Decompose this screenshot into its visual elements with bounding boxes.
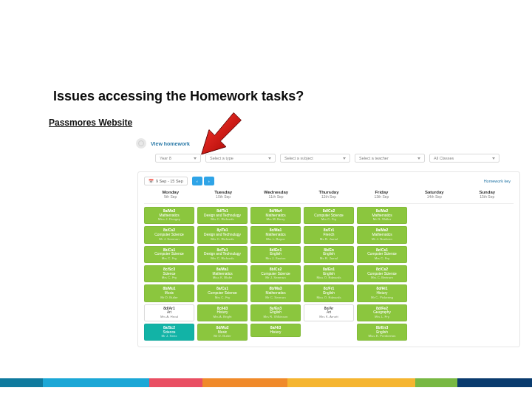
day-column: 8a/Ma3MathematicsMiss J. Dungey8x/Cs2Com… [144,207,194,341]
homework-card[interactable]: 8x/Te1Design and TechnologyMrs C. Richar… [197,246,248,263]
day-header: Saturday14th Sep [408,188,460,203]
subtitle-link[interactable]: Passmores Website [49,117,132,128]
year-select[interactable]: Year 8 [155,154,201,163]
homework-card[interactable]: 8c/Fr1EnglishMiss O. Edwards [304,284,354,301]
homework-card[interactable]: 8d/Ar1ArtMrs A. Head [144,304,194,321]
homework-card[interactable]: 8d/En1EnglishMrs J. Sexton [250,246,301,263]
day-header: Monday9th Sep [144,188,197,203]
day-date: 13th Sep [356,194,407,199]
card-subject: History [253,330,298,335]
homework-card[interactable]: 8c/Ma2MathematicsMr G. Waller [357,207,407,224]
card-teacher: Mrs K. Arnott [307,315,351,318]
day-header: Tuesday10th Sep [197,188,249,203]
homework-card[interactable]: 8b/En3EnglishMiss E. Pemberton [357,324,407,341]
day-column: 8d/Cs2Computer ScienceMrs C. Fry8x/Fr1Fr… [304,207,354,341]
card-teacher: Mr D. Butler [147,296,191,299]
view-homework-label[interactable]: View homework [151,141,190,146]
card-teacher: Mrs C. Fry [307,217,351,221]
homework-card[interactable]: 8c/Ma1MathematicsMrs L. Boyce [250,226,301,243]
logo-icon [136,138,146,149]
day-date: 14th Sep [409,194,460,199]
card-teacher: Ms R. Jamal [307,237,351,241]
card-teacher: Mrs C. Fry [200,296,245,299]
homework-card[interactable]: 8b/Cs1Computer ScienceMrs C. Fry [144,246,194,263]
card-teacher: Mrs C. Richards [200,256,245,260]
homework-card[interactable]: 8d/Ma4MathematicsMrs M. Berry [250,207,301,224]
homework-card[interactable]: 8a/En1EnglishMiss O. Edwards [304,265,354,282]
next-week-button[interactable]: › [204,177,214,185]
homework-key-toggle[interactable]: Homework key [484,179,514,183]
homework-card[interactable]: 8d/Hi1HistoryMr C. Pickering [357,284,407,301]
subject-select[interactable]: Select a subject [280,154,350,163]
homework-card[interactable]: 8y/En3EnglishMrs R. Wilkinson [250,304,301,321]
card-teacher: Mrs A. Head [147,315,191,318]
homework-app: View homework Year 8 Select a type Selec… [133,134,525,364]
card-teacher: Mr J. Noehren [360,237,404,241]
day-header: Sunday15th Sep [461,188,514,203]
day-column: 8c/Ma2MathematicsMr G. Waller8a/Ma2Mathe… [357,207,407,341]
homework-card[interactable]: 8x/Cs2Computer ScienceMr J. Seeman [144,226,194,243]
teacher-select[interactable]: Select a teacher [355,154,425,163]
chevron-down-icon [268,157,271,160]
homework-card[interactable]: 8a/Ma2MathematicsMr J. Noehren [357,226,407,243]
day-column [410,207,460,341]
card-teacher: Miss O. Edwards [307,276,351,279]
prev-week-button[interactable]: ‹ [192,177,202,185]
red-pointer-arrow [196,111,243,158]
homework-card[interactable]: 8d/Te1Design and TechnologyMrs C. Richar… [197,207,248,224]
homework-card[interactable]: 8y/Te1Design and TechnologyMrs C. Richar… [197,226,248,243]
homework-card[interactable]: 8a/Sc2ScienceMr J. Seex [144,324,194,341]
card-teacher: Mr C. Pickering [360,296,404,299]
card-teacher: Mrs C. Richards [200,237,245,241]
card-teacher: Mr D. Butler [200,334,245,338]
card-teacher: Miss J. Dungey [147,217,191,221]
card-teacher: Mrs M. Berry [253,217,298,221]
homework-card[interactable]: 8d/Cs2Computer ScienceMrs C. Fry [304,207,354,224]
homework-card[interactable]: 8x/ArArtMrs K. Arnott [304,304,354,321]
homework-card[interactable]: 8a/Hi3History [250,324,301,337]
homework-card[interactable]: 8c/Sc3ScienceMrs C. Fry [144,265,194,282]
card-teacher: Mrs J. Sexton [253,256,298,260]
chevron-down-icon [492,157,495,160]
class-select[interactable]: All Classes [429,154,499,163]
homework-card[interactable]: 8a/Ma3MathematicsMiss J. Dungey [144,207,194,224]
day-date: 12th Sep [303,194,354,199]
card-teacher: Mr G. Waller [360,217,404,221]
homework-card[interactable]: 8a/Cs1Computer ScienceMrs C. Fry [197,284,248,301]
app-header: View homework [133,134,525,152]
card-teacher: Mr C. Sermon [253,296,298,299]
card-teacher: Mrs C. Fry [147,256,191,260]
homework-card[interactable]: 8x/Fr1FrenchMs R. Jamal [304,226,354,243]
date-range-input[interactable]: 📅 9 Sep - 15 Sep [144,177,188,185]
homework-key-label: Homework key [484,179,511,183]
card-teacher: Mrs L. Fry [360,315,404,318]
homework-card[interactable]: 8b/Ma3MathematicsMr C. Sermon [250,284,301,301]
page-title: Issues accessing the Homework tasks? [53,89,304,104]
day-column: 8d/Te1Design and TechnologyMrs C. Richar… [197,207,248,341]
day-date: 10th Sep [197,194,248,199]
footer-stripe [0,378,532,387]
homework-card[interactable]: 8a/Ma1MathematicsMiss K. Blake [197,265,248,282]
card-teacher: Mr J. Seeman [253,276,298,279]
homework-card[interactable]: 8b/EnEnglishMs R. Jamal [304,246,354,263]
subject-select-label: Select a subject [284,156,313,160]
day-column [463,207,514,341]
day-header: Friday13th Sep [355,188,408,203]
day-date: 15th Sep [462,194,513,199]
homework-card[interactable]: 8c/Cs1Computer ScienceMrs C. Fry [357,246,407,263]
card-teacher: Mr J. Seex [147,334,191,338]
homework-card[interactable]: 8b/Mu1MusicMr D. Butler [144,284,194,301]
homework-card[interactable]: 8c/Hi3HistoryMrs A. Bright [197,304,248,321]
teacher-select-label: Select a teacher [359,156,389,160]
homework-card[interactable]: 8d/Fe2GeographyMrs L. Fry [357,304,407,321]
card-teacher: Mr J. Seeman [147,237,191,241]
card-teacher: Miss K. Blake [200,276,245,279]
homework-card[interactable]: 8b/Cs2Computer ScienceMr J. Seeman [250,265,301,282]
card-teacher: Mrs L. Boyce [253,237,298,241]
day-column: 8d/Ma4MathematicsMrs M. Berry8c/Ma1Mathe… [250,207,301,341]
homework-card[interactable]: 8c/Cs2Computer ScienceMrs C. Bertram [357,265,407,282]
homework-card[interactable]: 8d/Mu2MusicMr D. Butler [197,324,248,341]
day-header: Thursday12th Sep [302,188,355,203]
title-banner: Issues accessing the Homework tasks? [49,81,381,111]
card-teacher: Ms R. Jamal [307,256,351,260]
